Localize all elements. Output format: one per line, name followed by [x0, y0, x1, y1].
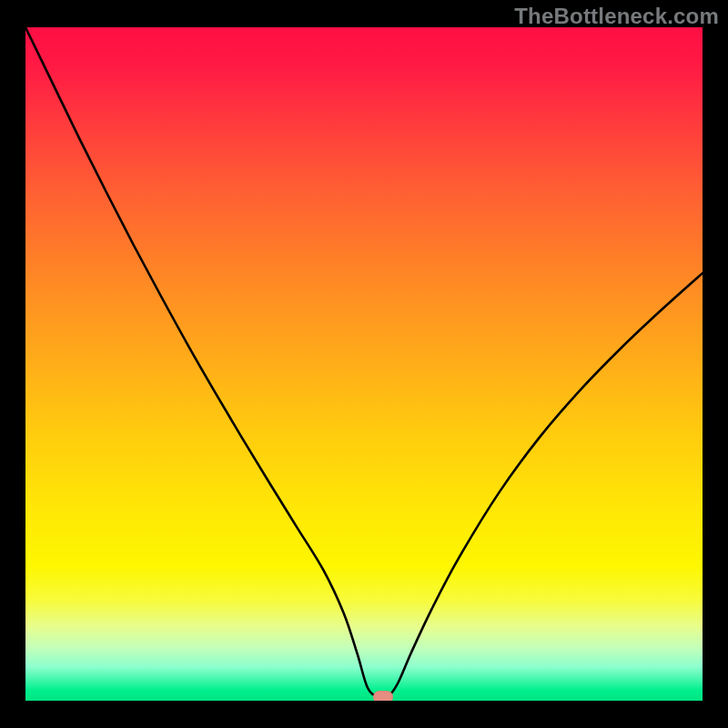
plot-area — [25, 27, 703, 701]
bottleneck-curve — [25, 27, 703, 701]
curve-path — [25, 27, 703, 698]
optimum-marker — [373, 691, 393, 701]
watermark-label: TheBottleneck.com — [514, 4, 719, 29]
chart-container: TheBottleneck.com — [0, 0, 728, 728]
